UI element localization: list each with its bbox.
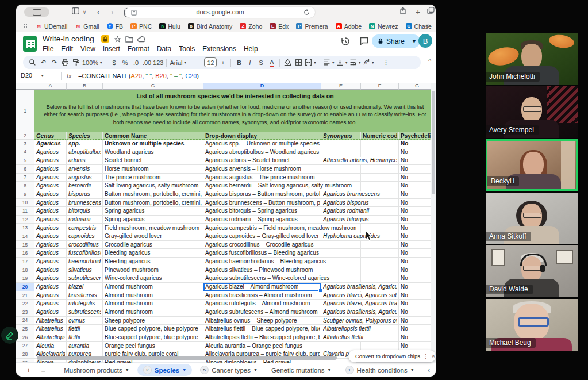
cell-F4[interactable] xyxy=(361,148,399,157)
cell-G17[interactable]: No xyxy=(399,258,436,266)
cell-G22[interactable]: No xyxy=(399,300,436,308)
name-box[interactable]: D20▼ xyxy=(21,72,56,79)
horizontal-scrollbar-thumb[interactable] xyxy=(37,356,337,360)
italic-button[interactable]: I xyxy=(245,57,255,67)
cell-G16[interactable]: No xyxy=(399,249,436,258)
cell-D8[interactable]: Agaricus bernardii – Salt-loving agaricu… xyxy=(203,182,321,190)
cell-E9[interactable]: Agaricus brunnescens xyxy=(321,190,361,199)
cell-G24[interactable]: No xyxy=(399,317,436,325)
all-sheets-button[interactable]: ≡ xyxy=(41,366,46,374)
fill-color-button[interactable] xyxy=(283,57,293,67)
row-header-2[interactable]: 2 xyxy=(16,132,34,140)
cell-B25[interactable]: flettii xyxy=(67,325,103,333)
cell-C9[interactable]: Button mushroom, portobello, cremini, b xyxy=(103,190,203,199)
cell-G20[interactable]: No xyxy=(399,283,436,291)
cell-C13[interactable]: Field mushroom, meadow mushroom xyxy=(103,224,203,233)
cell-D16[interactable]: Agaricus fuscofibrillosus – Bleeding aga… xyxy=(203,249,321,258)
column-header-G[interactable]: G xyxy=(399,83,436,90)
tab-menu-chevron-icon[interactable]: ▼ xyxy=(328,368,332,372)
borders-button[interactable] xyxy=(294,57,303,67)
cell-E23[interactable]: Agaricus brasiliensis, Agaricus xyxy=(321,308,361,317)
cell-F16[interactable] xyxy=(361,249,399,258)
cell-C8[interactable]: Salt-loving agaricus, salty mushroom xyxy=(103,182,203,190)
cell-C22[interactable]: Almond mushroom xyxy=(103,300,203,308)
sheet-tab-cancer-types[interactable]: 5Cancer types▼ xyxy=(194,364,263,376)
header-cell[interactable]: Drop-down display xyxy=(203,132,321,140)
text-wrap-button[interactable]: ▼ xyxy=(349,57,362,67)
collapse-toolbar-button[interactable]: ^ xyxy=(428,58,431,64)
search-button[interactable] xyxy=(28,57,37,67)
version-history-icon[interactable] xyxy=(341,37,350,48)
cell-G9[interactable]: No xyxy=(399,190,436,199)
cell-A10[interactable]: Agaricus xyxy=(34,199,67,208)
format-percent-button[interactable]: % xyxy=(120,57,130,67)
row-header-5[interactable]: 5 xyxy=(16,156,34,165)
cell-B8[interactable]: bernardii xyxy=(67,182,103,190)
sheet-tab-mushroom-products[interactable]: Mushroom products▼ xyxy=(58,365,135,375)
bookmark-item[interactable]: PPNC xyxy=(130,23,152,30)
text-color-button[interactable]: A xyxy=(267,57,276,67)
cell-C23[interactable]: Almond mushroom xyxy=(103,308,203,317)
header-cell[interactable]: Genus xyxy=(34,132,67,140)
menu-insert[interactable]: Insert xyxy=(103,45,120,53)
cell-D24[interactable]: Albatrellus ovinus – Sheep polypore xyxy=(203,317,321,325)
cell-G13[interactable]: No xyxy=(399,224,436,233)
row-header-15[interactable]: 15 xyxy=(16,241,34,250)
row-header-25[interactable]: 25 xyxy=(16,325,34,333)
participant-tile[interactable]: BeckyH xyxy=(486,139,578,191)
bookmark-item[interactable]: MGmail xyxy=(75,23,99,30)
cell-G19[interactable]: No xyxy=(399,274,436,283)
row-header-12[interactable]: 12 xyxy=(16,216,34,224)
cell-A27[interactable]: Aleuria xyxy=(34,342,67,351)
paint-format-button[interactable] xyxy=(71,57,81,67)
share-page-icon[interactable] xyxy=(398,7,408,17)
cell-D5[interactable]: Agaricus adonis – Scarlet bonnet xyxy=(203,156,321,165)
cloud-status-icon[interactable] xyxy=(137,36,146,44)
fill-handle[interactable] xyxy=(318,289,322,293)
tab-menu-chevron-icon[interactable]: ▼ xyxy=(253,368,258,372)
cell-C3[interactable]: Unknown or multiple species xyxy=(103,140,203,148)
header-cell[interactable]: Psychedelic xyxy=(399,132,436,140)
cell-B14[interactable]: capnoides xyxy=(67,232,103,241)
participant-tile[interactable]: John Michelotti xyxy=(486,33,578,85)
more-toolbar-button[interactable]: ⋮ xyxy=(381,57,391,67)
cell-B11[interactable]: bitorquis xyxy=(67,207,103,216)
print-button[interactable] xyxy=(60,57,70,67)
banner-cell[interactable]: List of all mushroom species we'd be int… xyxy=(34,90,436,132)
cell-F18[interactable] xyxy=(361,266,399,275)
row-header-21[interactable]: 21 xyxy=(16,291,34,300)
cell-D9[interactable]: Agaricus bisporus – Button mushroom, por… xyxy=(203,190,321,199)
cell-E21[interactable]: Agaricus blazei, Agaricus subru xyxy=(321,291,361,300)
cell-A21[interactable]: Agaricus xyxy=(34,291,67,300)
row-header-3[interactable]: 3 xyxy=(16,140,34,148)
cell-B10[interactable]: brunnescens xyxy=(67,199,103,208)
cell-D17[interactable]: Agaricus haemorrhoidarius – Bleeding aga… xyxy=(203,258,321,266)
forward-button[interactable]: › xyxy=(107,7,117,17)
cell-B15[interactable]: crocodilinus xyxy=(67,241,103,250)
cell-D14[interactable]: Agaricus capnoides – Gray-gilled wood lo… xyxy=(203,232,321,241)
header-cell[interactable]: Synonyms xyxy=(321,132,361,140)
row-header-9[interactable]: 9 xyxy=(16,190,34,199)
cell-C17[interactable]: Bleeding agaricus xyxy=(103,258,203,266)
cell-C15[interactable]: Crocodile agaricus xyxy=(103,241,203,250)
scroll-tabs-chevron[interactable]: ‹ xyxy=(428,366,430,374)
cell-A8[interactable]: Agaricus xyxy=(34,182,67,190)
cell-D15[interactable]: Agaricus crocodilinus – Crocodile agaric… xyxy=(203,241,321,250)
cell-B26[interactable]: flettii xyxy=(67,333,103,342)
cell-D11[interactable]: Agaricus bitorquis – Spring agaricus xyxy=(203,207,321,216)
row-header-8[interactable]: 8 xyxy=(16,182,34,190)
cell-A17[interactable]: Agaricus xyxy=(34,258,67,266)
cell-C19[interactable]: Wine-colored agaricus xyxy=(103,274,203,283)
undo-button[interactable]: ↶ xyxy=(39,57,48,67)
cell-D27[interactable]: Aleuria aurantia – Orange peel fungus xyxy=(203,342,321,351)
apps-grid-icon[interactable] xyxy=(23,24,28,29)
annotate-pencil-button[interactable] xyxy=(1,327,18,344)
participant-tile[interactable]: Michael Beug xyxy=(486,299,578,351)
cell-E24[interactable]: Scutiger ovinus, Polyporus ovin xyxy=(321,317,361,325)
cell-C27[interactable]: Orange peel fungus xyxy=(103,342,203,351)
cell-D22[interactable]: Agaricus rufotegulis – Almond mushroom xyxy=(203,300,321,308)
cell-A9[interactable]: Agaricus xyxy=(34,190,67,199)
tab-menu-chevron-icon[interactable]: ▼ xyxy=(182,368,186,372)
move-folder-icon[interactable] xyxy=(125,36,133,44)
cell-B27[interactable]: aurantia xyxy=(67,342,103,351)
